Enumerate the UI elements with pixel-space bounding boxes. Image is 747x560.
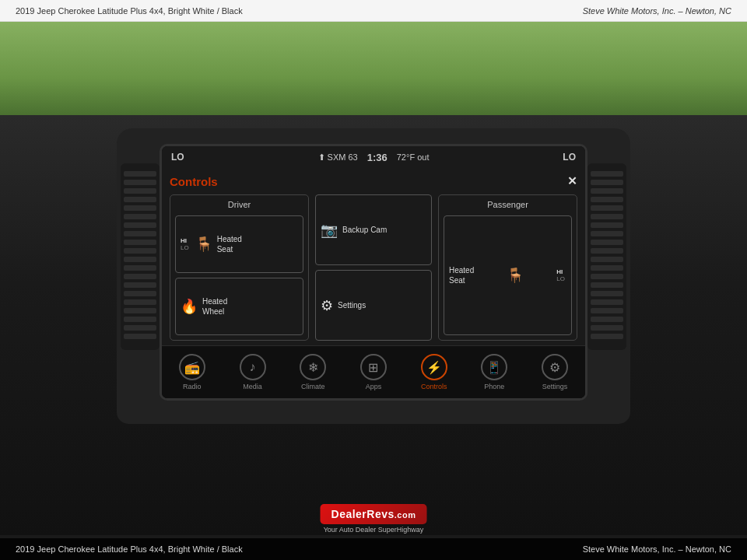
camera-icon: 📷 [321, 223, 338, 237]
middle-panel: 📷 Backup Cam ⚙ Settings [315, 194, 432, 341]
hi-label: HI [556, 268, 565, 275]
page-title-right: Steve White Motors, Inc. – Newton, NC [583, 6, 731, 16]
vent-slat [124, 308, 156, 313]
vent-slat [591, 325, 623, 331]
phone-icon: 📱 [481, 354, 507, 380]
vent-slat [591, 171, 623, 177]
nav-item-media[interactable]: ♪ Media [240, 354, 266, 390]
climate-icon: ❄ [300, 354, 326, 380]
passenger-panel: Passenger HeatedSeat 🪑 HI LO [438, 194, 577, 341]
status-lo-left: LO [171, 152, 184, 163]
vent-slat [124, 188, 156, 194]
status-lo-right: LO [563, 152, 576, 163]
passenger-label: Passenger [444, 200, 572, 209]
settings-nav-icon: ⚙ [542, 354, 568, 380]
status-sxm: ⬆ SXM 63 [318, 152, 358, 163]
status-temp: 72°F out [397, 152, 430, 162]
vent-slat [124, 299, 156, 305]
nav-item-climate[interactable]: ❄ Climate [300, 354, 326, 390]
controls-icon: ⚡ [421, 354, 447, 380]
nav-bar: 📻 Radio ♪ Media ❄ Climate ⊞ Apps ⚡ Contr… [162, 345, 585, 398]
seat-icon: 🪑 [195, 237, 212, 251]
vent-slat [124, 291, 156, 296]
vent-slat [124, 180, 156, 185]
vent-slat [591, 188, 623, 194]
dealerrevs-tagline: Your Auto Dealer SuperHighway [321, 526, 427, 534]
driver-panel: Driver HI LO 🪑 HeatedSeat 🔥 HeatedWheel [170, 194, 309, 341]
passenger-seat-icon: 🪑 [507, 268, 524, 282]
hi-label: HI [181, 237, 189, 244]
bottom-caption-bar: 2019 Jeep Cherokee Latitude Plus 4x4, Br… [0, 538, 747, 560]
nav-item-controls[interactable]: ⚡ Controls [421, 354, 447, 390]
apps-label: Apps [366, 383, 382, 390]
vent-slat [591, 308, 623, 313]
nav-item-radio[interactable]: 📻 Radio [179, 354, 205, 390]
vent-slat [124, 231, 156, 236]
left-air-vent [121, 163, 160, 350]
driver-heated-seat-button[interactable]: HI LO 🪑 HeatedSeat [175, 215, 303, 273]
caption-left: 2019 Jeep Cherokee Latitude Plus 4x4, Br… [16, 544, 243, 554]
driver-heated-wheel-button[interactable]: 🔥 HeatedWheel [175, 278, 303, 335]
vent-slat [591, 299, 623, 305]
right-air-vent [587, 163, 626, 350]
dealerrevs-watermark: DealerRevs.com Your Auto Dealer SuperHig… [321, 504, 427, 534]
passenger-heated-seat-label: HeatedSeat [449, 265, 474, 285]
vent-slat [591, 180, 623, 185]
heated-seat-label: HeatedSeat [217, 234, 242, 254]
controls-header: Controls ✕ [170, 173, 577, 190]
phone-label: Phone [484, 383, 504, 390]
vent-slat [124, 240, 156, 245]
radio-icon: 📻 [179, 354, 205, 380]
vent-slat [591, 205, 623, 211]
vent-slat [124, 205, 156, 211]
background-trees [0, 22, 747, 115]
vent-slat [591, 240, 623, 245]
nav-item-phone[interactable]: 📱 Phone [481, 354, 507, 390]
nav-item-apps[interactable]: ⊞ Apps [360, 354, 387, 390]
media-icon: ♪ [240, 354, 266, 380]
infotainment-screen: LO ⬆ SXM 63 1:36 72°F out LO Controls ✕ … [160, 144, 587, 401]
page-title-left: 2019 Jeep Cherokee Latitude Plus 4x4, Br… [16, 6, 243, 16]
status-time: 1:36 [367, 152, 388, 163]
vent-slat [591, 274, 623, 279]
dealerrevs-logo-text: DealerRevs.com [331, 508, 416, 520]
vent-slat [591, 317, 623, 322]
lo-label: LO [181, 244, 189, 251]
settings-button[interactable]: ⚙ Settings [315, 270, 432, 341]
passenger-heated-seat-button[interactable]: HeatedSeat 🪑 HI LO [444, 215, 572, 335]
vent-slat [124, 282, 156, 288]
caption-right: Steve White Motors, Inc. – Newton, NC [583, 544, 731, 554]
controls-title: Controls [170, 175, 218, 188]
driver-label: Driver [175, 200, 303, 209]
vent-slat [591, 291, 623, 296]
vent-slat [124, 325, 156, 331]
lo-label: LO [556, 275, 565, 282]
vent-slat [124, 257, 156, 262]
vent-slat [124, 334, 156, 339]
vent-slat [591, 222, 623, 228]
controls-columns: Driver HI LO 🪑 HeatedSeat 🔥 HeatedWheel [170, 194, 577, 341]
vent-slat [124, 317, 156, 322]
vent-slat [591, 231, 623, 236]
vent-slat [124, 265, 156, 271]
settings-label: Settings [338, 300, 366, 310]
main-content-area: Controls ✕ Driver HI LO 🪑 HeatedSeat [162, 168, 585, 345]
media-label: Media [243, 383, 262, 390]
page-title-bar: 2019 Jeep Cherokee Latitude Plus 4x4, Br… [0, 0, 747, 22]
close-icon[interactable]: ✕ [567, 174, 577, 188]
vent-slat [124, 171, 156, 177]
vent-slat [124, 214, 156, 219]
vent-slat [591, 265, 623, 271]
settings-nav-label: Settings [542, 383, 568, 390]
vent-slat [124, 248, 156, 254]
heated-wheel-label: HeatedWheel [202, 296, 227, 317]
vent-slat [124, 274, 156, 279]
apps-icon: ⊞ [360, 354, 387, 380]
status-bar: LO ⬆ SXM 63 1:36 72°F out LO [162, 146, 585, 168]
nav-item-settings[interactable]: ⚙ Settings [542, 354, 568, 390]
vent-slat [591, 334, 623, 339]
passenger-hilo-indicator: HI LO [556, 268, 565, 282]
backup-cam-button[interactable]: 📷 Backup Cam [315, 194, 432, 265]
vent-slat [591, 248, 623, 254]
gear-icon: ⚙ [321, 299, 333, 313]
